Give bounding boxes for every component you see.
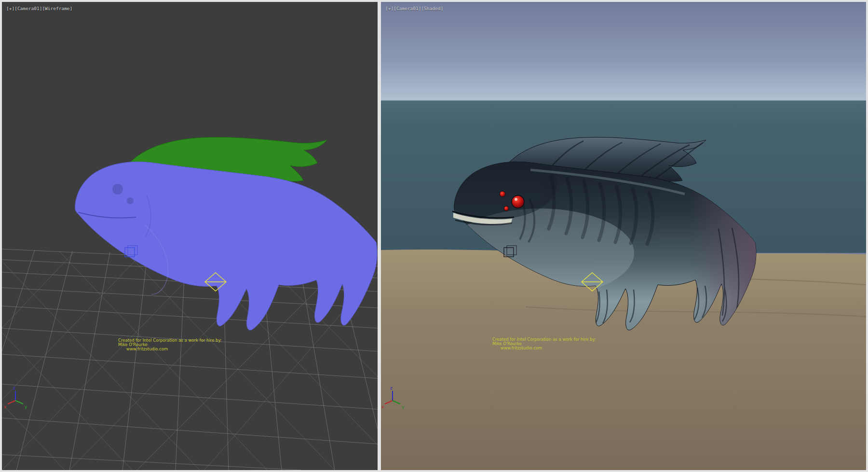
svg-text:y: y — [402, 404, 405, 409]
fish-eye-red — [512, 195, 524, 208]
svg-text:www.fritzstudio.com: www.fritzstudio.com — [501, 346, 542, 350]
viewport-workspace: Created for Intel Corporation as a work … — [0, 0, 868, 472]
viewport-menu-pov[interactable]: [Camera01] — [393, 6, 421, 11]
eye-highlight — [515, 198, 517, 201]
viewport-shaded[interactable]: Created for Intel Corporation as a work … — [381, 2, 866, 470]
viewport-menu-general[interactable]: [+] — [385, 6, 393, 11]
wireframe-scene-canvas[interactable]: Created for Intel Corporation as a work … — [2, 2, 378, 470]
fish-eye-red — [500, 191, 505, 197]
viewport-label: [+][Camera01][Wireframe] — [6, 6, 72, 11]
fish-eye-red — [504, 206, 509, 211]
fish-eye-spot — [127, 197, 134, 204]
svg-text:z: z — [13, 386, 15, 390]
viewport-menu-shading[interactable]: [Wireframe] — [42, 6, 72, 11]
viewport-menu-general[interactable]: [+] — [6, 6, 14, 11]
viewport-wireframe[interactable]: Created for Intel Corporation as a work … — [2, 2, 378, 470]
viewport-label: [+][Camera01][Shaded] — [385, 6, 443, 11]
svg-text:www.fritzstudio.com: www.fritzstudio.com — [126, 347, 168, 351]
svg-text:z: z — [390, 386, 393, 390]
viewport-menu-shading[interactable]: [Shaded] — [421, 6, 443, 11]
fish-eye-spot — [112, 184, 123, 194]
viewport-menu-pov[interactable]: [Camera01] — [14, 6, 42, 11]
svg-text:x: x — [4, 404, 7, 409]
sky — [381, 2, 866, 101]
shaded-scene-canvas[interactable]: Created for Intel Corporation as a work … — [381, 2, 866, 470]
svg-text:x: x — [381, 404, 384, 409]
svg-text:y: y — [25, 404, 27, 409]
